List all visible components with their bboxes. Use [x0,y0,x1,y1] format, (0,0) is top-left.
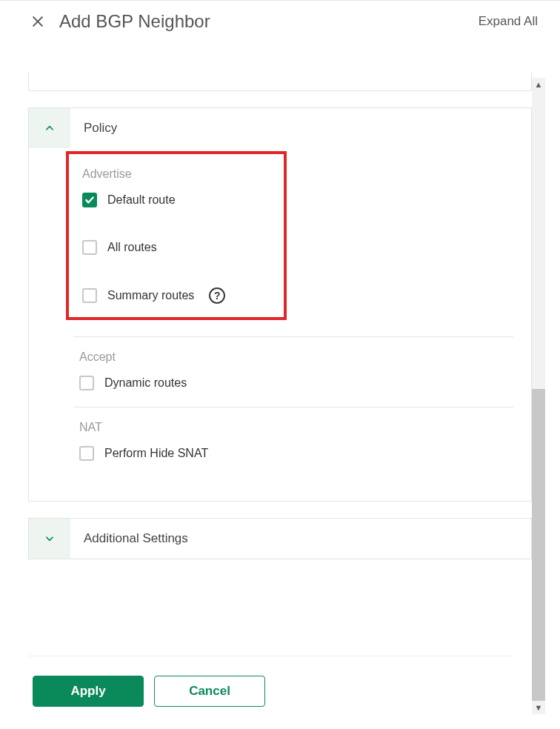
checkbox-hide-snat[interactable] [79,446,94,461]
policy-panel-body: Advertise Default route [29,151,531,501]
apply-button[interactable]: Apply [33,676,144,707]
checkbox-all-routes-label: All routes [107,241,157,254]
advertise-group-label: Advertise [82,167,269,181]
nat-group-label: NAT [79,421,513,434]
additional-settings-title: Additional Settings [70,531,188,546]
checkbox-default-route-label: Default route [107,193,176,207]
dialog-header: Add BGP Neighbor Expand All [0,1,560,35]
checkbox-summary-routes[interactable] [82,288,97,303]
policy-panel: Policy Advertise Default route [28,107,532,502]
additional-settings-header[interactable]: Additional Settings [29,519,531,559]
divider [73,407,513,407]
checkbox-all-routes[interactable] [82,240,97,255]
checkbox-all-routes-row: All routes [82,240,269,255]
checkbox-summary-routes-row: Summary routes ? [82,287,269,304]
checkbox-dynamic-routes-label: Dynamic routes [104,376,187,390]
advertise-highlight-box: Advertise Default route [66,151,287,320]
chevron-up-icon [29,108,70,148]
scroll-down-icon[interactable]: ▼ [532,701,545,714]
expand-all-link[interactable]: Expand All [479,14,538,29]
checkbox-dynamic-routes-row: Dynamic routes [79,376,513,390]
scroll-up-icon[interactable]: ▲ [532,78,545,91]
cancel-button[interactable]: Cancel [154,676,265,707]
previous-section-edge [28,72,532,91]
checkbox-hide-snat-row: Perform Hide SNAT [79,446,513,461]
footer-actions: Apply Cancel [33,676,265,707]
checkbox-default-route-row: Default route [82,193,269,207]
dialog-title: Add BGP Neighbor [59,11,210,32]
checkbox-summary-routes-label: Summary routes [107,289,194,302]
policy-panel-title: Policy [70,121,117,136]
content-wrap: ▲ ▼ Policy Advertise [28,72,545,714]
checkbox-dynamic-routes[interactable] [79,376,94,390]
checkbox-default-route[interactable] [82,193,97,207]
additional-settings-panel: Additional Settings [28,518,532,559]
footer-divider [28,656,514,656]
checkbox-hide-snat-label: Perform Hide SNAT [104,447,208,460]
header-left: Add BGP Neighbor [30,11,210,32]
accept-group-label: Accept [79,350,513,364]
nat-group: NAT Perform Hide SNAT [73,421,513,461]
policy-panel-header[interactable]: Policy [29,108,531,148]
accept-group: Accept Dynamic routes [73,350,513,390]
page: Add BGP Neighbor Expand All ▲ ▼ Policy [0,0,560,729]
chevron-down-icon [29,519,70,559]
scrollbar-thumb[interactable] [532,389,545,701]
divider [73,336,513,337]
scrollbar-track[interactable] [532,78,545,701]
help-icon[interactable]: ? [209,287,225,304]
scroll-content: Policy Advertise Default route [28,72,532,714]
close-icon[interactable] [30,13,46,30]
